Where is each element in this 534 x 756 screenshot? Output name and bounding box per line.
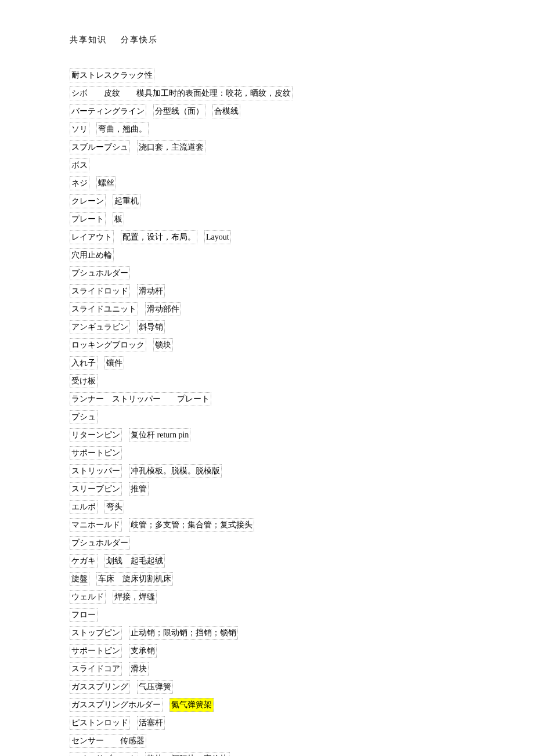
glossary-segment: 斜导销 (137, 320, 165, 334)
glossary-segment: ガススプリングホルダー (70, 698, 163, 712)
glossary-row: ガススプリング 气压弹簧 (70, 680, 464, 694)
glossary-row: ケガキ 划线 起毛起绒 (70, 554, 464, 568)
glossary-segment: 氮气弹簧架 (169, 698, 214, 712)
glossary-row: ブシュホルダー (70, 266, 464, 280)
glossary-row: センサー 传感器 (70, 734, 464, 748)
glossary-segment: ネジ (70, 176, 89, 190)
glossary-row: 受け板 (70, 374, 464, 388)
glossary-row: エルボ 弯头 (70, 500, 464, 514)
glossary-segment: サポートピン (70, 446, 122, 460)
glossary-segment: 气压弹簧 (137, 680, 173, 694)
glossary-row: スライドロッド 滑动杆 (70, 284, 464, 298)
glossary-segment: フロー (70, 608, 98, 622)
glossary-row: ストリッパー 冲孔模板。脱模。脱模版 (70, 464, 464, 478)
glossary-segment: 支承销 (129, 644, 157, 658)
glossary-segment: 滑动杆 (137, 284, 165, 298)
glossary-segment: レイアウト (70, 230, 114, 244)
glossary-segment: ブシュホルダー (70, 266, 130, 280)
glossary-row: ネジ 螺丝 (70, 176, 464, 190)
glossary-row: シボ 皮纹 模具加工时的表面处理：咬花，晒纹，皮纹 (70, 86, 464, 100)
glossary-segment: 配置，设计，布局。 (121, 230, 197, 244)
glossary-segment: サポートビン (70, 644, 122, 658)
glossary-segment: 耐ストレスクラック性 (70, 68, 154, 82)
glossary-segment: 穴用止め輪 (70, 248, 114, 262)
glossary-row: マニホールド 歧管；多支管；集合管；复式接头 (70, 518, 464, 532)
glossary-row: ランナー ストリッパー プレート (70, 392, 464, 406)
glossary-segment: 垫块；间隔块；定位块 (145, 752, 230, 756)
glossary-segment: 滑块 (129, 662, 149, 676)
glossary-segment: エルボ (70, 500, 98, 514)
glossary-segment: 活塞杆 (137, 716, 165, 730)
glossary-segment: マニホールド (70, 518, 122, 532)
glossary-segment: 分型线（面） (153, 104, 205, 118)
glossary-segment: センサー 传感器 (70, 734, 146, 748)
glossary-segment: プレート (70, 212, 106, 226)
glossary-segment: スリーブビン (70, 482, 122, 496)
glossary-segment: 冲孔模板。脱模。脱模版 (129, 464, 222, 478)
glossary-row: ブシュホルダー (70, 536, 464, 550)
glossary-segment: 划线 起毛起绒 (104, 554, 165, 568)
glossary-row: ガススプリングホルダー 氮气弹簧架 (70, 698, 464, 712)
glossary-segment: ブシュホルダー (70, 536, 130, 550)
glossary-segment: スペーサブロック (70, 752, 138, 756)
glossary-segment: ウェルド (70, 590, 106, 604)
page-header: 共享知识 分享快乐 (70, 35, 464, 45)
glossary-segment: 复位杆 return pin (129, 428, 190, 442)
glossary-row: ロッキングブロック 锁块 (70, 338, 464, 352)
glossary-segment: 滑动部件 (145, 302, 181, 316)
glossary-row: 旋盤 车床 旋床切割机床 (70, 572, 464, 586)
document-page: 共享知识 分享快乐 耐ストレスクラック性シボ 皮纹 模具加工时的表面处理：咬花，… (0, 0, 534, 756)
glossary-segment: 弯头 (104, 500, 124, 514)
glossary-row: ストッブピン 止动销；限动销；挡销；锁销 (70, 626, 464, 640)
glossary-row: スライドユニット 滑动部件 (70, 302, 464, 316)
glossary-segment: ボス (70, 158, 89, 172)
glossary-segment: ソリ (70, 122, 89, 136)
glossary-row: 穴用止め輪 (70, 248, 464, 262)
glossary-segment: ランナー ストリッパー プレート (70, 392, 211, 406)
glossary-segment: ストッブピン (70, 626, 122, 640)
glossary-segment: ロッキングブロック (70, 338, 146, 352)
glossary-segment: 螺丝 (96, 176, 116, 190)
glossary-segment: ブシュ (70, 410, 98, 424)
glossary-row: リターンピン 复位杆 return pin (70, 428, 464, 442)
glossary-row: サポートピン (70, 446, 464, 460)
glossary-segment: 受け板 (70, 374, 98, 388)
glossary-row: レイアウト 配置，设计，布局。Layout (70, 230, 464, 244)
glossary-row: ピストンロッド 活塞杆 (70, 716, 464, 730)
glossary-row: スブルーブシュ 浇口套，主流道套 (70, 140, 464, 154)
glossary-segment: 入れ子 (70, 356, 98, 370)
glossary-segment: スライドユニット (70, 302, 138, 316)
glossary-segment: ストリッパー (70, 464, 122, 478)
glossary-segment: 浇口套，主流道套 (137, 140, 205, 154)
glossary-segment: スライドコア (70, 662, 122, 676)
glossary-row: プレート 板 (70, 212, 464, 226)
glossary-segment: リターンピン (70, 428, 122, 442)
glossary-segment: スライドロッド (70, 284, 130, 298)
glossary-row: クレーン 起重机 (70, 194, 464, 208)
glossary-segment: スブルーブシュ (70, 140, 130, 154)
glossary-segment: シボ 皮纹 模具加工时的表面处理：咬花，晒纹，皮纹 (70, 86, 293, 100)
glossary-row: スリーブビン 推管 (70, 482, 464, 496)
glossary-row: アンギュラビン 斜导销 (70, 320, 464, 334)
glossary-segment: ケガキ (70, 554, 98, 568)
glossary-row: ウェルド 焊接，焊缝 (70, 590, 464, 604)
glossary-segment: 合模线 (212, 104, 240, 118)
glossary-row: ソリ 弯曲，翘曲。 (70, 122, 464, 136)
glossary-row: 耐ストレスクラック性 (70, 68, 464, 82)
glossary-row: スライドコア 滑块 (70, 662, 464, 676)
glossary-segment: Layout (204, 230, 231, 244)
glossary-row: サポートビン 支承销 (70, 644, 464, 658)
glossary-segment: 弯曲，翘曲。 (96, 122, 149, 136)
glossary-segment: 推管 (129, 482, 149, 496)
glossary-segment: 锁块 (153, 338, 173, 352)
header-part2: 分享快乐 (121, 35, 158, 44)
glossary-segment: ガススプリング (70, 680, 130, 694)
glossary-segment: 止动销；限动销；挡销；锁销 (129, 626, 238, 640)
glossary-segment: 歧管；多支管；集合管；复式接头 (129, 518, 254, 532)
glossary-row: フロー (70, 608, 464, 622)
glossary-segment: クレーン (70, 194, 106, 208)
glossary-segment: ピストンロッド (70, 716, 130, 730)
glossary-row: ボス (70, 158, 464, 172)
glossary-list: 耐ストレスクラック性シボ 皮纹 模具加工时的表面处理：咬花，晒纹，皮纹バーティン… (70, 68, 464, 756)
glossary-segment: 车床 旋床切割机床 (96, 572, 173, 586)
